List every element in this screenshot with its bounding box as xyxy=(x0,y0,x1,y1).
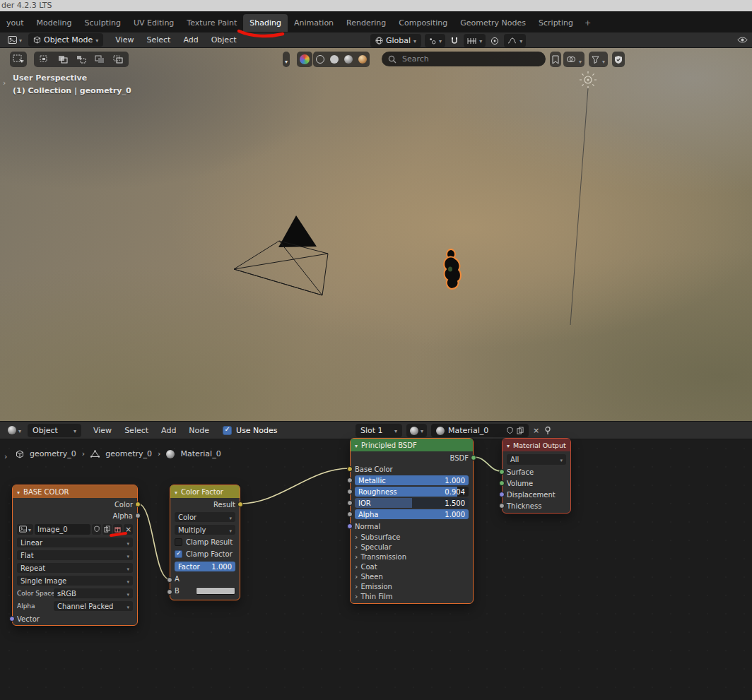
socket-vector-input[interactable] xyxy=(9,616,15,622)
node-base-color[interactable]: BASE COLOR Color Alpha Image_0 Linear Fl… xyxy=(12,485,138,626)
snap-target-dropdown[interactable] xyxy=(425,34,445,47)
proportional-editing-button[interactable] xyxy=(489,34,500,47)
color-space-dropdown[interactable]: sRGB xyxy=(54,588,133,598)
workspace-tab-layout[interactable]: yout xyxy=(0,14,30,32)
copy-material-icon[interactable] xyxy=(517,427,524,434)
shading-solid-icon[interactable] xyxy=(330,55,339,64)
socket-color-output[interactable] xyxy=(135,502,141,507)
overlays-dropdown[interactable] xyxy=(563,52,584,67)
socket-normal-input[interactable] xyxy=(347,523,353,529)
transform-orientation-dropdown[interactable]: Global xyxy=(370,34,421,47)
shader-editor-type-button[interactable] xyxy=(4,424,25,437)
section-coat[interactable]: Coat xyxy=(355,562,469,571)
node-editor-sidebar-toggle-icon[interactable] xyxy=(4,449,7,462)
socket-bsdf-output[interactable] xyxy=(471,455,476,461)
section-thin-film[interactable]: Thin Film xyxy=(355,592,469,601)
shading-rendered-icon[interactable] xyxy=(358,55,367,64)
material-name-field[interactable]: Material_0 xyxy=(431,424,529,437)
socket-result-output[interactable] xyxy=(237,502,243,507)
proportional-falloff-dropdown[interactable] xyxy=(504,34,526,47)
tweak-tool-button[interactable] xyxy=(37,53,52,66)
shading-material-icon[interactable] xyxy=(344,55,353,64)
shader-menu-view[interactable]: View xyxy=(87,426,118,435)
workspace-tab-compositing[interactable]: Compositing xyxy=(392,14,454,32)
select-intersect-button[interactable] xyxy=(110,53,126,66)
socket-displacement-input[interactable] xyxy=(499,492,505,497)
select-extend-button[interactable] xyxy=(74,53,89,66)
add-workspace-button[interactable]: + xyxy=(580,14,596,32)
node-collapse-icon[interactable] xyxy=(17,488,20,496)
shader-id-type-dropdown[interactable]: Object xyxy=(28,424,81,437)
section-specular[interactable]: Specular xyxy=(355,542,469,552)
clamp-factor-checkbox[interactable] xyxy=(175,550,182,558)
mode-dropdown[interactable]: Object Mode xyxy=(28,33,103,47)
ior-slider[interactable]: IOR 1.500 xyxy=(355,498,469,508)
shader-menu-select[interactable]: Select xyxy=(118,426,155,435)
socket-roughness-input[interactable] xyxy=(347,489,353,494)
breadcrumb-object[interactable]: geometry_0 xyxy=(30,449,76,458)
b-color-swatch[interactable] xyxy=(196,587,235,595)
menu-object[interactable]: Object xyxy=(205,35,243,45)
output-target-dropdown[interactable]: All xyxy=(507,454,566,465)
new-image-button[interactable] xyxy=(102,524,112,535)
socket-ior-input[interactable] xyxy=(347,500,353,506)
editor-type-button[interactable] xyxy=(4,33,25,47)
gizmo-dropdown-button[interactable] xyxy=(283,52,290,67)
fake-user-shield-icon[interactable] xyxy=(507,427,513,434)
selected-object[interactable] xyxy=(444,249,461,289)
browse-material-button[interactable] xyxy=(406,424,427,437)
workspace-tab-modeling[interactable]: Modeling xyxy=(30,14,78,32)
section-transmission[interactable]: Transmission xyxy=(355,552,469,562)
socket-base-color-input[interactable] xyxy=(347,466,353,472)
clamp-result-row[interactable]: Clamp Result xyxy=(175,538,235,547)
snapping-options-dropdown[interactable] xyxy=(464,34,486,47)
use-nodes-toggle[interactable]: Use Nodes xyxy=(223,426,278,435)
socket-alpha-input[interactable] xyxy=(347,511,353,517)
section-emission[interactable]: Emission xyxy=(355,582,469,591)
node-collapse-icon[interactable] xyxy=(355,441,358,449)
search-input[interactable] xyxy=(401,54,524,64)
material-slot-dropdown[interactable]: Slot 1 xyxy=(356,424,402,437)
menu-select[interactable]: Select xyxy=(140,35,177,45)
alpha-slider[interactable]: Alpha 1.000 xyxy=(355,509,469,519)
menu-add[interactable]: Add xyxy=(177,35,204,45)
clamp-result-checkbox[interactable] xyxy=(175,538,182,546)
source-dropdown[interactable]: Single Image xyxy=(17,576,133,586)
workspace-tab-animation[interactable]: Animation xyxy=(288,14,340,32)
breadcrumb-mesh[interactable]: geometry_0 xyxy=(105,449,152,458)
node-material-output[interactable]: Material Output All Surface Volume Displ… xyxy=(502,438,571,514)
select-subtract-button[interactable] xyxy=(92,53,107,66)
roughness-slider[interactable]: Roughness 0.904 xyxy=(355,487,469,497)
pin-icon[interactable] xyxy=(544,426,552,435)
socket-a-input[interactable] xyxy=(167,577,172,583)
annotate-bookmark-button[interactable] xyxy=(550,52,561,67)
socket-thickness-input[interactable] xyxy=(499,503,505,509)
viewport-sidebar-toggle-icon[interactable] xyxy=(3,75,6,88)
image-browse-button[interactable] xyxy=(17,524,33,535)
material-preview-button[interactable] xyxy=(297,52,312,67)
wireframe-cone[interactable] xyxy=(234,215,328,295)
menu-view[interactable]: View xyxy=(109,35,140,45)
data-type-dropdown[interactable]: Color xyxy=(175,512,235,522)
node-collapse-icon[interactable] xyxy=(175,488,177,496)
unlink-image-button[interactable] xyxy=(124,524,133,535)
active-tool-button[interactable] xyxy=(10,52,27,67)
shading-wireframe-icon[interactable] xyxy=(316,55,324,64)
workspace-tab-scripting[interactable]: Scripting xyxy=(532,14,580,32)
viewport-search[interactable] xyxy=(382,52,546,66)
factor-slider[interactable]: Factor 1.000 xyxy=(175,562,235,571)
node-color-factor[interactable]: Color Factor Result Color Multiply Clamp… xyxy=(170,485,240,600)
socket-surface-input[interactable] xyxy=(499,469,505,475)
extension-dropdown[interactable]: Repeat xyxy=(17,563,133,573)
projection-dropdown[interactable]: Flat xyxy=(17,550,133,560)
alpha-mode-dropdown[interactable]: Channel Packed xyxy=(54,601,133,611)
node-principled-bsdf[interactable]: Principled BSDF BSDF Base Color Metallic… xyxy=(350,438,474,604)
socket-volume-input[interactable] xyxy=(499,480,505,486)
select-box-button[interactable] xyxy=(55,53,71,66)
socket-b-input[interactable] xyxy=(167,589,172,595)
clamp-factor-row[interactable]: Clamp Factor xyxy=(175,550,235,559)
section-subsurface[interactable]: Subsurface xyxy=(355,533,469,542)
workspace-tab-rendering[interactable]: Rendering xyxy=(340,14,392,32)
pack-image-button[interactable] xyxy=(113,524,122,535)
snap-toggle-button[interactable] xyxy=(449,34,460,47)
